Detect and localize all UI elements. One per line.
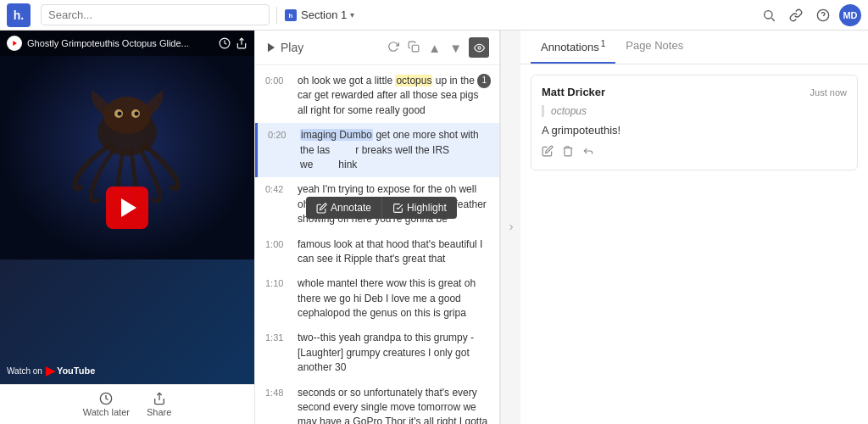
text-selection-tooltip: Annotate Highlight	[306, 197, 457, 219]
video-title-icons	[219, 37, 248, 49]
search-icon-btn[interactable]	[758, 4, 780, 26]
user-avatar[interactable]: MD	[839, 4, 861, 26]
transcript-entry-6[interactable]: 1:48 seconds or so unfortunately that's …	[255, 381, 499, 424]
svg-point-19	[477, 46, 480, 48]
panel-expand-button[interactable]	[500, 31, 520, 424]
transcript-entry-5[interactable]: 1:31 two--this yeah grandpa to this grum…	[255, 326, 499, 380]
video-actions: Watch later Share	[0, 384, 254, 424]
section-selector[interactable]: h Section 1 ▾	[284, 8, 354, 22]
annotation-count-badge: 1	[477, 74, 491, 88]
highlight-button[interactable]: Highlight	[382, 197, 457, 219]
svg-point-12	[135, 112, 139, 116]
annotations-tabs: Annotations1 Page Notes	[520, 31, 868, 64]
annotate-icon	[316, 203, 327, 214]
transcript-text: two--this yeah grandpa to this grumpy - …	[298, 331, 489, 375]
transcript-header: Play ▲ ▼	[255, 31, 499, 65]
watch-on-youtube: Watch on ▶ YouTube	[7, 364, 95, 377]
highlight-icon	[392, 203, 403, 214]
clock-icon	[219, 37, 231, 49]
top-bar-actions: MD	[758, 4, 861, 26]
transcript-text: famous look at that hood that's beautifu…	[298, 237, 489, 267]
section-label-text: Section 1	[301, 8, 347, 21]
share-icon	[236, 37, 248, 49]
help-icon-btn[interactable]	[812, 4, 834, 26]
transcript-panel: Play ▲ ▼	[254, 31, 500, 424]
timestamp: 1:31	[265, 332, 289, 375]
svg-point-11	[118, 112, 122, 116]
svg-point-8	[103, 97, 151, 134]
svg-point-2	[765, 10, 772, 18]
svg-rect-18	[413, 45, 420, 52]
copy-icon[interactable]	[406, 39, 421, 57]
share-button[interactable]: Share	[147, 392, 171, 417]
timestamp: 0:42	[265, 183, 289, 226]
annotation-header: Matt Dricker Just now	[542, 86, 847, 98]
annotation-time: Just now	[810, 87, 847, 98]
search-input[interactable]	[41, 4, 270, 25]
youtube-icon: ▶ YouTube	[46, 364, 95, 377]
timestamp: 0:20	[268, 129, 292, 172]
section-icon: h	[284, 8, 298, 22]
annotations-body: Matt Dricker Just now octopus A grimpote…	[520, 64, 868, 424]
play-label[interactable]: Play	[265, 41, 303, 54]
transcript-entry-0[interactable]: 0:00 oh look we got a little octopus up …	[255, 69, 499, 123]
annotation-text: A grimpoteuthis!	[542, 124, 847, 137]
reply-annotation-button[interactable]	[582, 145, 594, 159]
svg-line-3	[771, 18, 774, 20]
timestamp: 1:10	[265, 277, 289, 321]
video-panel: Ghostly Grimpoteuthis Octopus Glide... W…	[0, 31, 254, 424]
divider	[276, 7, 277, 24]
video-title-bar: Ghostly Grimpoteuthis Octopus Glide...	[0, 31, 254, 56]
transcript-text: seconds or so unfortunately that's every…	[298, 386, 489, 424]
app-logo: h.	[7, 3, 31, 27]
arrow-up-icon[interactable]: ▲	[426, 39, 442, 57]
tab-page-notes[interactable]: Page Notes	[615, 31, 693, 64]
video-title: Ghostly Grimpoteuthis Octopus Glide...	[27, 38, 219, 48]
transcript-text: oh look we got a little octopus up in th…	[298, 74, 489, 118]
timestamp: 1:48	[265, 387, 289, 424]
svg-marker-17	[268, 43, 275, 53]
annotations-panel: Annotations1 Page Notes Matt Dricker Jus…	[520, 31, 868, 424]
timestamp: 1:00	[265, 238, 289, 267]
highlight-octopus: octopus	[395, 75, 432, 86]
tab-annotations[interactable]: Annotations1	[531, 31, 615, 64]
highlight-dumbo: imaging Dumbo	[300, 129, 373, 141]
annotation-card: Matt Dricker Just now octopus A grimpote…	[531, 75, 858, 170]
youtube-logo	[7, 36, 22, 51]
transcript-actions: ▲ ▼	[386, 37, 489, 58]
chevron-down-icon: ▾	[350, 10, 354, 20]
copy-link-icon-btn[interactable]	[785, 4, 807, 26]
delete-annotation-button[interactable]	[562, 145, 574, 159]
eye-button[interactable]	[469, 37, 489, 58]
transcript-text: whole mantel there wow this is great oh …	[298, 276, 489, 321]
arrow-down-icon[interactable]: ▼	[448, 39, 464, 57]
edit-annotation-button[interactable]	[542, 145, 554, 159]
video-thumbnail[interactable]: Ghostly Grimpoteuthis Octopus Glide... W…	[0, 31, 254, 384]
annotation-actions	[542, 145, 847, 159]
transcript-body[interactable]: 0:00 oh look we got a little octopus up …	[255, 65, 499, 424]
svg-text:h: h	[289, 12, 293, 20]
annotate-button[interactable]: Annotate	[306, 197, 382, 219]
watch-later-button[interactable]: Watch later	[83, 392, 130, 417]
transcript-text: imaging Dumbo get one more shot with the…	[300, 128, 489, 172]
play-icon	[265, 42, 277, 53]
transcript-entry-3[interactable]: 1:00 famous look at that hood that's bea…	[255, 232, 499, 272]
play-button[interactable]	[106, 187, 148, 229]
refresh-icon[interactable]	[386, 39, 401, 57]
transcript-entry-4[interactable]: 1:10 whole mantel there wow this is grea…	[255, 271, 499, 326]
search-bar	[41, 4, 270, 25]
timestamp: 0:00	[265, 75, 289, 118]
annotation-author: Matt Dricker	[542, 86, 605, 98]
transcript-entry-1[interactable]: 0:20 imaging Dumbo get one more shot wit…	[255, 123, 499, 177]
annotation-quote: octopus	[542, 105, 847, 117]
